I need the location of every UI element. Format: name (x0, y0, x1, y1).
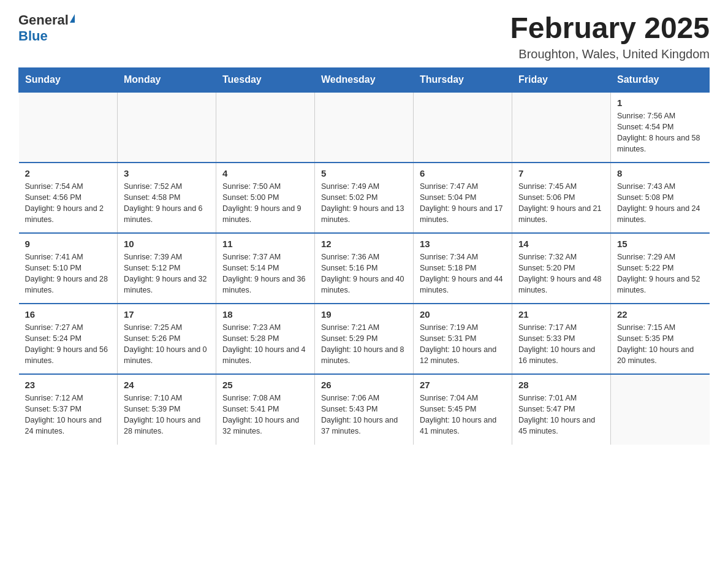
header-monday: Monday (118, 67, 216, 92)
day-info: Sunrise: 7:47 AMSunset: 5:04 PMDaylight:… (420, 181, 506, 226)
day-info: Sunrise: 7:19 AMSunset: 5:31 PMDaylight:… (420, 322, 506, 367)
title-area: February 2025 Broughton, Wales, United K… (510, 12, 710, 61)
day-number: 23 (25, 380, 112, 390)
header-sunday: Sunday (19, 67, 118, 92)
calendar-cell: 1Sunrise: 7:56 AMSunset: 4:54 PMDaylight… (611, 92, 710, 163)
calendar-cell: 3Sunrise: 7:52 AMSunset: 4:58 PMDaylight… (118, 163, 216, 233)
calendar-week-row: 2Sunrise: 7:54 AMSunset: 4:56 PMDaylight… (19, 163, 710, 233)
day-number: 25 (222, 380, 308, 390)
day-number: 20 (420, 309, 506, 320)
calendar-cell: 5Sunrise: 7:49 AMSunset: 5:02 PMDaylight… (315, 163, 414, 233)
day-info: Sunrise: 7:29 AMSunset: 5:22 PMDaylight:… (617, 251, 703, 296)
calendar-cell: 23Sunrise: 7:12 AMSunset: 5:37 PMDayligh… (19, 374, 118, 445)
location-title: Broughton, Wales, United Kingdom (510, 47, 710, 61)
day-info: Sunrise: 7:04 AMSunset: 5:45 PMDaylight:… (420, 393, 506, 437)
day-info: Sunrise: 7:56 AMSunset: 4:54 PMDaylight:… (617, 110, 703, 155)
day-info: Sunrise: 7:10 AMSunset: 5:39 PMDaylight:… (124, 393, 210, 437)
day-number: 13 (420, 239, 506, 249)
calendar-cell: 2Sunrise: 7:54 AMSunset: 4:56 PMDaylight… (19, 163, 118, 233)
calendar-week-row: 1Sunrise: 7:56 AMSunset: 4:54 PMDaylight… (19, 92, 710, 163)
day-number: 18 (222, 309, 308, 320)
calendar-week-row: 16Sunrise: 7:27 AMSunset: 5:24 PMDayligh… (19, 304, 710, 374)
day-number: 8 (617, 168, 703, 178)
day-number: 21 (518, 309, 604, 320)
day-number: 22 (617, 309, 703, 320)
calendar-cell: 27Sunrise: 7:04 AMSunset: 5:45 PMDayligh… (414, 374, 512, 445)
calendar-cell: 6Sunrise: 7:47 AMSunset: 5:04 PMDaylight… (414, 163, 512, 233)
month-title: February 2025 (510, 12, 710, 45)
day-number: 26 (321, 380, 407, 390)
calendar-cell: 12Sunrise: 7:36 AMSunset: 5:16 PMDayligh… (315, 233, 414, 304)
day-info: Sunrise: 7:52 AMSunset: 4:58 PMDaylight:… (124, 181, 210, 226)
calendar-cell (118, 92, 216, 163)
calendar-cell: 22Sunrise: 7:15 AMSunset: 5:35 PMDayligh… (611, 304, 710, 374)
calendar-cell: 9Sunrise: 7:41 AMSunset: 5:10 PMDaylight… (19, 233, 118, 304)
day-info: Sunrise: 7:50 AMSunset: 5:00 PMDaylight:… (222, 181, 308, 226)
day-info: Sunrise: 7:06 AMSunset: 5:43 PMDaylight:… (321, 393, 407, 437)
day-info: Sunrise: 7:39 AMSunset: 5:12 PMDaylight:… (124, 251, 210, 296)
day-number: 24 (124, 380, 210, 390)
day-number: 11 (222, 239, 308, 249)
calendar-cell: 25Sunrise: 7:08 AMSunset: 5:41 PMDayligh… (216, 374, 315, 445)
day-info: Sunrise: 7:45 AMSunset: 5:06 PMDaylight:… (518, 181, 604, 226)
calendar-cell: 11Sunrise: 7:37 AMSunset: 5:14 PMDayligh… (216, 233, 315, 304)
header-thursday: Thursday (414, 67, 512, 92)
day-number: 6 (420, 168, 506, 178)
day-number: 1 (617, 98, 703, 108)
calendar-cell: 26Sunrise: 7:06 AMSunset: 5:43 PMDayligh… (315, 374, 414, 445)
calendar-cell: 19Sunrise: 7:21 AMSunset: 5:29 PMDayligh… (315, 304, 414, 374)
day-number: 4 (222, 168, 308, 178)
day-info: Sunrise: 7:54 AMSunset: 4:56 PMDaylight:… (25, 181, 112, 226)
calendar-body: 1Sunrise: 7:56 AMSunset: 4:54 PMDaylight… (19, 92, 710, 445)
day-info: Sunrise: 7:37 AMSunset: 5:14 PMDaylight:… (222, 251, 308, 296)
day-number: 17 (124, 309, 210, 320)
day-info: Sunrise: 7:17 AMSunset: 5:33 PMDaylight:… (518, 322, 604, 367)
calendar-cell (315, 92, 414, 163)
day-info: Sunrise: 7:08 AMSunset: 5:41 PMDaylight:… (222, 393, 308, 437)
calendar-cell: 15Sunrise: 7:29 AMSunset: 5:22 PMDayligh… (611, 233, 710, 304)
calendar-cell (512, 92, 611, 163)
day-info: Sunrise: 7:25 AMSunset: 5:26 PMDaylight:… (124, 322, 210, 367)
day-info: Sunrise: 7:21 AMSunset: 5:29 PMDaylight:… (321, 322, 407, 367)
logo-blue-text: Blue (18, 28, 48, 44)
calendar-cell: 28Sunrise: 7:01 AMSunset: 5:47 PMDayligh… (512, 374, 611, 445)
calendar-cell: 17Sunrise: 7:25 AMSunset: 5:26 PMDayligh… (118, 304, 216, 374)
day-info: Sunrise: 7:49 AMSunset: 5:02 PMDaylight:… (321, 181, 407, 226)
day-number: 5 (321, 168, 407, 178)
day-number: 19 (321, 309, 407, 320)
logo-general-text: General (18, 12, 69, 28)
calendar-cell: 7Sunrise: 7:45 AMSunset: 5:06 PMDaylight… (512, 163, 611, 233)
calendar-cell: 13Sunrise: 7:34 AMSunset: 5:18 PMDayligh… (414, 233, 512, 304)
header-saturday: Saturday (611, 67, 710, 92)
logo: General Blue (18, 12, 75, 44)
calendar-cell (216, 92, 315, 163)
weekday-header-row: Sunday Monday Tuesday Wednesday Thursday… (19, 67, 710, 92)
calendar-cell: 16Sunrise: 7:27 AMSunset: 5:24 PMDayligh… (19, 304, 118, 374)
day-info: Sunrise: 7:27 AMSunset: 5:24 PMDaylight:… (25, 322, 112, 367)
day-info: Sunrise: 7:41 AMSunset: 5:10 PMDaylight:… (25, 251, 112, 296)
calendar-cell: 24Sunrise: 7:10 AMSunset: 5:39 PMDayligh… (118, 374, 216, 445)
day-info: Sunrise: 7:43 AMSunset: 5:08 PMDaylight:… (617, 181, 703, 226)
day-info: Sunrise: 7:12 AMSunset: 5:37 PMDaylight:… (25, 393, 112, 437)
calendar-header: Sunday Monday Tuesday Wednesday Thursday… (19, 67, 710, 92)
calendar-cell: 21Sunrise: 7:17 AMSunset: 5:33 PMDayligh… (512, 304, 611, 374)
calendar-cell (611, 374, 710, 445)
calendar-cell: 14Sunrise: 7:32 AMSunset: 5:20 PMDayligh… (512, 233, 611, 304)
day-number: 28 (518, 380, 604, 390)
calendar-cell: 8Sunrise: 7:43 AMSunset: 5:08 PMDaylight… (611, 163, 710, 233)
day-info: Sunrise: 7:15 AMSunset: 5:35 PMDaylight:… (617, 322, 703, 367)
day-number: 10 (124, 239, 210, 249)
day-number: 12 (321, 239, 407, 249)
logo-triangle-icon (70, 14, 75, 23)
day-number: 7 (518, 168, 604, 178)
calendar-cell (19, 92, 118, 163)
header-friday: Friday (512, 67, 611, 92)
calendar-cell: 18Sunrise: 7:23 AMSunset: 5:28 PMDayligh… (216, 304, 315, 374)
calendar-cell: 20Sunrise: 7:19 AMSunset: 5:31 PMDayligh… (414, 304, 512, 374)
day-number: 16 (25, 309, 112, 320)
calendar-cell: 10Sunrise: 7:39 AMSunset: 5:12 PMDayligh… (118, 233, 216, 304)
day-info: Sunrise: 7:34 AMSunset: 5:18 PMDaylight:… (420, 251, 506, 296)
day-number: 15 (617, 239, 703, 249)
header-tuesday: Tuesday (216, 67, 315, 92)
calendar-week-row: 23Sunrise: 7:12 AMSunset: 5:37 PMDayligh… (19, 374, 710, 445)
